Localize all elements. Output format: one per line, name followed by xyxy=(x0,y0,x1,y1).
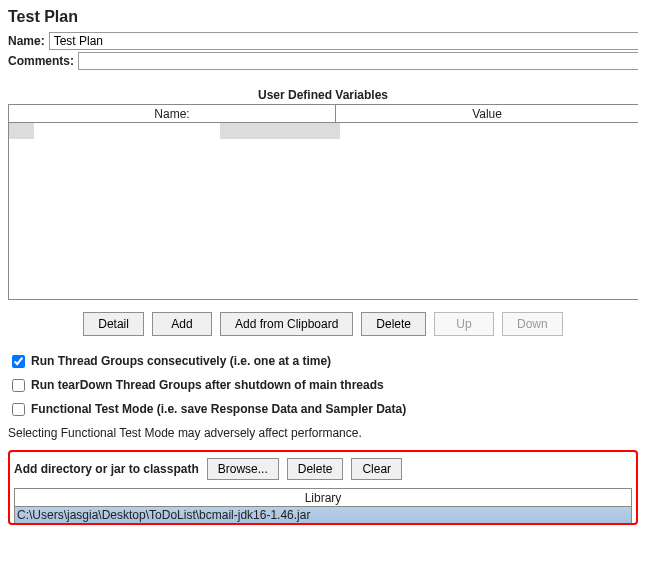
run-teardown-label: Run tearDown Thread Groups after shutdow… xyxy=(31,378,384,392)
classpath-highlight: Add directory or jar to classpath Browse… xyxy=(8,450,638,525)
variables-name-column[interactable]: Name: xyxy=(9,105,336,122)
comments-input[interactable] xyxy=(78,52,638,70)
library-table: Library C:\Users\jasgia\Desktop\ToDoList… xyxy=(14,488,632,523)
functional-mode-label: Functional Test Mode (i.e. save Response… xyxy=(31,402,406,416)
run-consecutively-label: Run Thread Groups consecutively (i.e. on… xyxy=(31,354,331,368)
page-title: Test Plan xyxy=(8,8,638,26)
delete-button[interactable]: Delete xyxy=(361,312,426,336)
name-input[interactable] xyxy=(49,32,638,50)
variable-buttons-row: Detail Add Add from Clipboard Delete Up … xyxy=(8,312,638,336)
functional-mode-note: Selecting Functional Test Mode may adver… xyxy=(8,426,638,440)
name-label: Name: xyxy=(8,34,45,48)
run-teardown-option[interactable]: Run tearDown Thread Groups after shutdow… xyxy=(8,378,638,392)
add-from-clipboard-button[interactable]: Add from Clipboard xyxy=(220,312,353,336)
options-section: Run Thread Groups consecutively (i.e. on… xyxy=(8,354,638,440)
variables-table: Name: Value xyxy=(8,104,638,300)
table-row[interactable] xyxy=(9,123,638,139)
comments-field-row: Comments: xyxy=(8,52,638,70)
name-field-row: Name: xyxy=(8,32,638,50)
comments-label: Comments: xyxy=(8,54,74,68)
placeholder-cell xyxy=(220,123,340,139)
classpath-label: Add directory or jar to classpath xyxy=(14,462,199,476)
variables-table-body[interactable] xyxy=(9,123,638,299)
functional-mode-option[interactable]: Functional Test Mode (i.e. save Response… xyxy=(8,402,638,416)
variables-table-header: Name: Value xyxy=(9,105,638,123)
library-column-header[interactable]: Library xyxy=(15,489,631,507)
functional-mode-checkbox[interactable] xyxy=(12,403,25,416)
down-button: Down xyxy=(502,312,563,336)
run-consecutively-option[interactable]: Run Thread Groups consecutively (i.e. on… xyxy=(8,354,638,368)
run-teardown-checkbox[interactable] xyxy=(12,379,25,392)
clear-button[interactable]: Clear xyxy=(351,458,402,480)
run-consecutively-checkbox[interactable] xyxy=(12,355,25,368)
up-button: Up xyxy=(434,312,494,336)
variables-value-column[interactable]: Value xyxy=(336,105,638,122)
library-row[interactable]: C:\Users\jasgia\Desktop\ToDoList\bcmail-… xyxy=(15,507,631,523)
placeholder-cell xyxy=(9,123,34,139)
user-defined-variables-title: User Defined Variables xyxy=(8,88,638,102)
add-button[interactable]: Add xyxy=(152,312,212,336)
detail-button[interactable]: Detail xyxy=(83,312,144,336)
browse-button[interactable]: Browse... xyxy=(207,458,279,480)
classpath-controls: Add directory or jar to classpath Browse… xyxy=(14,458,632,480)
classpath-delete-button[interactable]: Delete xyxy=(287,458,344,480)
